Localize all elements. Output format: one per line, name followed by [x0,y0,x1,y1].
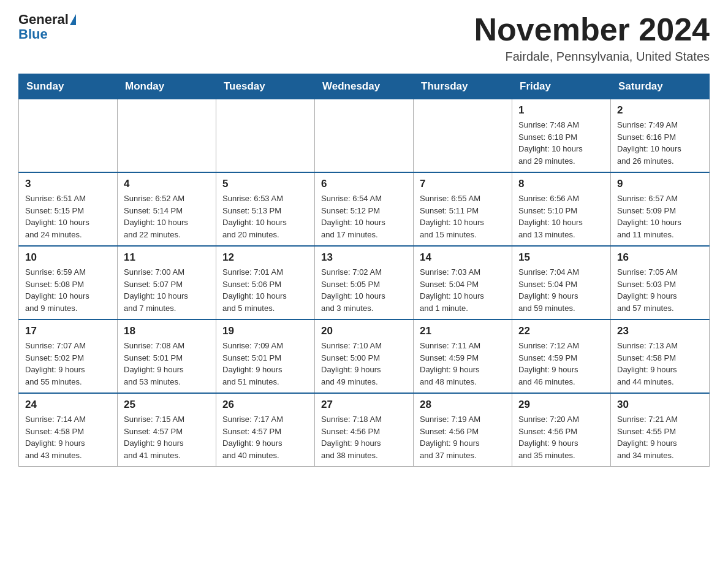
day-number: 18 [124,325,210,337]
logo-blue-text: Blue [18,27,48,42]
calendar-cell: 20Sunrise: 7:10 AM Sunset: 5:00 PM Dayli… [315,320,414,393]
day-number: 5 [222,178,308,190]
logo: General Blue [18,12,76,42]
day-info: Sunrise: 7:18 AM Sunset: 4:56 PM Dayligh… [321,413,407,461]
day-info: Sunrise: 7:13 AM Sunset: 4:58 PM Dayligh… [617,340,703,388]
calendar-cell: 12Sunrise: 7:01 AM Sunset: 5:06 PM Dayli… [216,246,315,320]
day-info: Sunrise: 6:56 AM Sunset: 5:10 PM Dayligh… [518,193,604,240]
day-info: Sunrise: 7:08 AM Sunset: 5:01 PM Dayligh… [124,340,210,388]
day-number: 30 [617,399,703,411]
weekday-header-wednesday: Wednesday [315,74,414,99]
calendar-table: SundayMondayTuesdayWednesdayThursdayFrid… [18,74,710,467]
calendar-cell: 30Sunrise: 7:21 AM Sunset: 4:55 PM Dayli… [611,393,710,467]
day-info: Sunrise: 6:54 AM Sunset: 5:12 PM Dayligh… [321,193,407,240]
calendar-cell [216,99,315,173]
day-number: 23 [617,325,703,337]
calendar-week-row: 24Sunrise: 7:14 AM Sunset: 4:58 PM Dayli… [19,393,710,467]
day-number: 14 [420,251,506,264]
day-info: Sunrise: 6:55 AM Sunset: 5:11 PM Dayligh… [420,193,506,240]
calendar-week-row: 3Sunrise: 6:51 AM Sunset: 5:15 PM Daylig… [19,172,710,246]
calendar-cell: 11Sunrise: 7:00 AM Sunset: 5:07 PM Dayli… [118,246,216,320]
day-info: Sunrise: 7:04 AM Sunset: 5:04 PM Dayligh… [518,266,604,314]
day-info: Sunrise: 7:07 AM Sunset: 5:02 PM Dayligh… [25,340,111,388]
calendar-week-row: 10Sunrise: 6:59 AM Sunset: 5:08 PM Dayli… [19,246,710,320]
day-number: 29 [518,399,604,411]
calendar-cell: 7Sunrise: 6:55 AM Sunset: 5:11 PM Daylig… [414,172,512,246]
calendar-cell [414,99,512,173]
day-info: Sunrise: 7:19 AM Sunset: 4:56 PM Dayligh… [420,413,506,461]
day-number: 6 [321,178,407,190]
day-number: 24 [25,399,111,411]
day-number: 12 [222,251,308,264]
day-number: 11 [124,251,210,264]
day-info: Sunrise: 6:52 AM Sunset: 5:14 PM Dayligh… [124,193,210,240]
day-number: 1 [518,104,604,117]
calendar-cell: 3Sunrise: 6:51 AM Sunset: 5:15 PM Daylig… [19,172,118,246]
calendar-cell: 23Sunrise: 7:13 AM Sunset: 4:58 PM Dayli… [611,320,710,393]
location-title: Fairdale, Pennsylvania, United States [474,50,710,64]
calendar-cell: 14Sunrise: 7:03 AM Sunset: 5:04 PM Dayli… [414,246,512,320]
calendar-week-row: 1Sunrise: 7:48 AM Sunset: 6:18 PM Daylig… [19,99,710,173]
day-number: 7 [420,178,506,190]
weekday-header-friday: Friday [512,74,611,99]
page-header: General Blue November 2024 Fairdale, Pen… [18,12,710,64]
calendar-cell: 16Sunrise: 7:05 AM Sunset: 5:03 PM Dayli… [611,246,710,320]
day-info: Sunrise: 7:49 AM Sunset: 6:16 PM Dayligh… [617,119,703,167]
day-number: 10 [25,251,111,264]
day-number: 13 [321,251,407,264]
day-number: 21 [420,325,506,337]
calendar-cell: 29Sunrise: 7:20 AM Sunset: 4:56 PM Dayli… [512,393,611,467]
day-info: Sunrise: 6:57 AM Sunset: 5:09 PM Dayligh… [617,193,703,240]
day-number: 9 [617,178,703,190]
calendar-cell: 17Sunrise: 7:07 AM Sunset: 5:02 PM Dayli… [19,320,118,393]
day-number: 8 [518,178,604,190]
weekday-header-sunday: Sunday [19,74,118,99]
calendar-cell [315,99,414,173]
day-number: 2 [617,104,703,117]
weekday-header-saturday: Saturday [611,74,710,99]
calendar-cell: 19Sunrise: 7:09 AM Sunset: 5:01 PM Dayli… [216,320,315,393]
calendar-week-row: 17Sunrise: 7:07 AM Sunset: 5:02 PM Dayli… [19,320,710,393]
day-info: Sunrise: 7:12 AM Sunset: 4:59 PM Dayligh… [518,340,604,388]
day-info: Sunrise: 7:15 AM Sunset: 4:57 PM Dayligh… [124,413,210,461]
calendar-cell: 24Sunrise: 7:14 AM Sunset: 4:58 PM Dayli… [19,393,118,467]
calendar-cell: 10Sunrise: 6:59 AM Sunset: 5:08 PM Dayli… [19,246,118,320]
day-number: 16 [617,251,703,264]
calendar-cell: 18Sunrise: 7:08 AM Sunset: 5:01 PM Dayli… [118,320,216,393]
calendar-cell: 21Sunrise: 7:11 AM Sunset: 4:59 PM Dayli… [414,320,512,393]
logo-triangle-icon [70,14,76,25]
day-info: Sunrise: 7:20 AM Sunset: 4:56 PM Dayligh… [518,413,604,461]
day-number: 26 [222,399,308,411]
calendar-cell [118,99,216,173]
calendar-cell: 5Sunrise: 6:53 AM Sunset: 5:13 PM Daylig… [216,172,315,246]
weekday-header-row: SundayMondayTuesdayWednesdayThursdayFrid… [19,74,710,99]
day-info: Sunrise: 6:59 AM Sunset: 5:08 PM Dayligh… [25,266,111,314]
day-info: Sunrise: 7:03 AM Sunset: 5:04 PM Dayligh… [420,266,506,314]
day-info: Sunrise: 6:51 AM Sunset: 5:15 PM Dayligh… [25,193,111,240]
weekday-header-monday: Monday [118,74,216,99]
calendar-cell: 8Sunrise: 6:56 AM Sunset: 5:10 PM Daylig… [512,172,611,246]
day-number: 17 [25,325,111,337]
calendar-cell: 2Sunrise: 7:49 AM Sunset: 6:16 PM Daylig… [611,99,710,173]
day-number: 28 [420,399,506,411]
calendar-cell: 28Sunrise: 7:19 AM Sunset: 4:56 PM Dayli… [414,393,512,467]
day-info: Sunrise: 7:02 AM Sunset: 5:05 PM Dayligh… [321,266,407,314]
calendar-cell: 6Sunrise: 6:54 AM Sunset: 5:12 PM Daylig… [315,172,414,246]
day-info: Sunrise: 7:17 AM Sunset: 4:57 PM Dayligh… [222,413,308,461]
calendar-cell: 15Sunrise: 7:04 AM Sunset: 5:04 PM Dayli… [512,246,611,320]
day-info: Sunrise: 7:01 AM Sunset: 5:06 PM Dayligh… [222,266,308,314]
day-info: Sunrise: 7:11 AM Sunset: 4:59 PM Dayligh… [420,340,506,388]
day-info: Sunrise: 7:48 AM Sunset: 6:18 PM Dayligh… [518,119,604,167]
day-number: 22 [518,325,604,337]
day-number: 15 [518,251,604,264]
calendar-cell: 13Sunrise: 7:02 AM Sunset: 5:05 PM Dayli… [315,246,414,320]
calendar-cell [19,99,118,173]
calendar-cell: 9Sunrise: 6:57 AM Sunset: 5:09 PM Daylig… [611,172,710,246]
day-number: 25 [124,399,210,411]
calendar-cell: 27Sunrise: 7:18 AM Sunset: 4:56 PM Dayli… [315,393,414,467]
calendar-cell: 25Sunrise: 7:15 AM Sunset: 4:57 PM Dayli… [118,393,216,467]
weekday-header-thursday: Thursday [414,74,512,99]
month-title: November 2024 [474,12,710,47]
day-info: Sunrise: 7:00 AM Sunset: 5:07 PM Dayligh… [124,266,210,314]
day-number: 27 [321,399,407,411]
